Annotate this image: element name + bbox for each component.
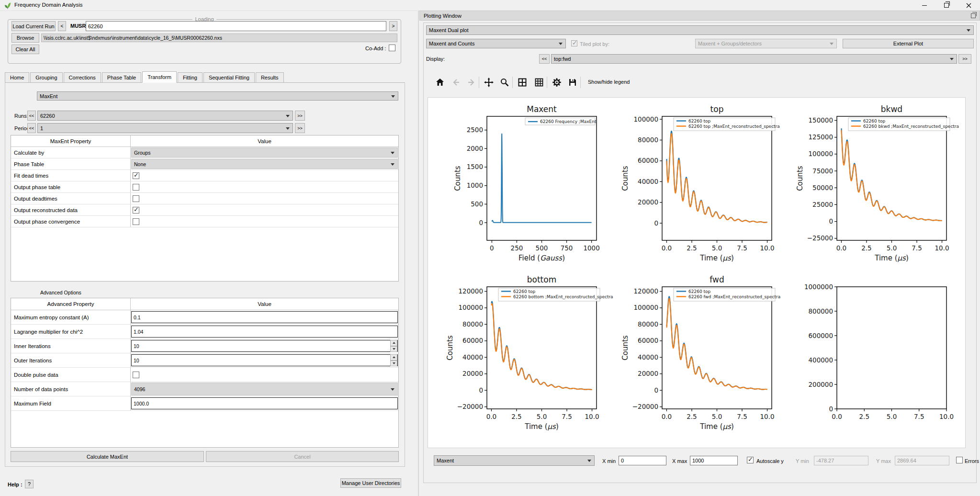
lagrange-multiplier-input[interactable]: 1.04 xyxy=(131,326,398,338)
runs-prev-button[interactable]: << xyxy=(27,111,36,121)
tab-corrections[interactable]: Corrections xyxy=(64,72,101,82)
svg-text:fwd: fwd xyxy=(710,275,724,284)
output-phase-convergence-checkbox[interactable] xyxy=(133,218,139,225)
value-column-header: Value xyxy=(131,298,398,310)
svg-text:0.0: 0.0 xyxy=(662,244,672,252)
xmax-input[interactable]: 1000 xyxy=(690,456,738,465)
svg-text:2500: 2500 xyxy=(467,126,483,134)
tab-transform[interactable]: Transform xyxy=(142,71,177,83)
zoom-icon[interactable] xyxy=(498,76,511,89)
display-prev-button[interactable]: << xyxy=(539,54,550,64)
panel-splitter[interactable] xyxy=(418,11,419,496)
back-icon[interactable] xyxy=(449,76,462,89)
clear-all-button[interactable]: Clear All xyxy=(11,45,39,54)
fit-dead-times-checkbox[interactable] xyxy=(133,172,139,179)
period-dropdown[interactable]: 1 xyxy=(37,123,293,133)
tab-sequential-fitting[interactable]: Sequential Fitting xyxy=(203,72,255,82)
svg-text:40000: 40000 xyxy=(638,353,658,361)
runs-dropdown[interactable]: 62260 xyxy=(37,111,293,121)
customize-icon[interactable] xyxy=(550,76,563,89)
method-dropdown[interactable]: MaxEnt xyxy=(37,91,398,101)
plot-data-dropdown[interactable]: Maxent and Counts xyxy=(426,39,566,48)
minimize-button[interactable] xyxy=(913,0,935,11)
errors-checkbox[interactable] xyxy=(956,457,963,463)
svg-text:0: 0 xyxy=(829,217,833,225)
svg-text:Maxent: Maxent xyxy=(527,104,557,114)
svg-text:Counts: Counts xyxy=(446,335,454,361)
svg-text:Counts: Counts xyxy=(621,335,630,361)
svg-text:20000: 20000 xyxy=(638,370,658,377)
float-dock-icon[interactable] xyxy=(971,13,976,18)
browse-button[interactable]: Browse xyxy=(11,33,39,43)
load-current-run-button[interactable]: Load Current Run xyxy=(11,21,56,31)
output-deadtimes-checkbox[interactable] xyxy=(133,195,139,202)
output-phase-table-checkbox[interactable] xyxy=(133,184,139,191)
subplot-Maxent: 0250500750100005001000150020002500Maxent… xyxy=(453,104,600,262)
tiled-plot-checkbox xyxy=(571,40,577,46)
svg-text:62260 fwd ;MaxEnt_reconstructe: 62260 fwd ;MaxEnt_reconstructed_spectra xyxy=(688,294,780,299)
coadd-label: Co-Add : xyxy=(365,45,386,51)
svg-text:−25000: −25000 xyxy=(807,234,833,242)
outer-iterations-spinner[interactable]: 10 xyxy=(131,354,398,366)
plot-type-dropdown[interactable]: Maxent Dual plot xyxy=(426,25,974,35)
max-entropy-constant-input[interactable]: 0.1 xyxy=(131,311,398,323)
manage-user-directories-button[interactable]: Manage User Directories xyxy=(340,478,401,488)
display-next-button[interactable]: >> xyxy=(958,54,971,64)
phase-table-dropdown[interactable]: None xyxy=(131,159,398,169)
data-points-dropdown[interactable]: 4096 xyxy=(131,383,398,395)
increment-run-button[interactable]: > xyxy=(389,21,397,31)
restore-button[interactable] xyxy=(935,0,957,11)
display-dropdown[interactable]: top:fwd xyxy=(551,54,957,64)
coadd-checkbox[interactable] xyxy=(389,45,395,51)
svg-text:100000: 100000 xyxy=(633,304,658,311)
workspace-dropdown[interactable]: Maxent xyxy=(434,455,595,466)
svg-text:5.0: 5.0 xyxy=(712,244,722,252)
dropdown-arrow-icon xyxy=(391,388,394,391)
tab-phase-table[interactable]: Phase Table xyxy=(102,72,141,82)
table-row: Maximum Field 1000.0 xyxy=(11,396,398,411)
svg-text:−20000: −20000 xyxy=(632,403,658,410)
svg-text:top: top xyxy=(710,104,724,114)
run-number-input[interactable]: 62260 xyxy=(86,21,386,31)
maxent-property-table: MaxEnt Property Value Calculate by Group… xyxy=(11,135,399,282)
svg-text:50000: 50000 xyxy=(812,184,833,192)
close-button[interactable] xyxy=(957,0,980,11)
spinner-buttons[interactable] xyxy=(390,340,397,352)
show-hide-legend-button[interactable]: Show/hide legend xyxy=(585,78,632,86)
advanced-options-label: Advanced Options xyxy=(40,290,81,295)
svg-text:Time (μs): Time (μs) xyxy=(699,422,734,431)
inner-iterations-spinner[interactable]: 10 xyxy=(131,340,398,352)
pan-icon[interactable] xyxy=(482,76,496,89)
double-pulse-data-checkbox[interactable] xyxy=(133,372,139,378)
calculate-maxent-button[interactable]: Calculate MaxEnt xyxy=(11,451,204,462)
external-plot-button[interactable]: External Plot xyxy=(843,39,974,48)
decrement-run-button[interactable]: < xyxy=(58,21,66,31)
tab-results[interactable]: Results xyxy=(256,72,284,82)
xmin-input[interactable]: 0 xyxy=(619,456,666,465)
help-button[interactable]: ? xyxy=(25,480,34,488)
home-icon[interactable] xyxy=(433,76,447,89)
output-reconstructed-data-checkbox[interactable] xyxy=(133,207,139,214)
svg-text:20000: 20000 xyxy=(462,370,483,377)
svg-text:2.5: 2.5 xyxy=(687,244,697,252)
tab-grouping[interactable]: Grouping xyxy=(30,72,62,82)
tab-home[interactable]: Home xyxy=(5,72,29,82)
svg-text:120000: 120000 xyxy=(458,287,483,295)
period-prev-button[interactable]: << xyxy=(27,123,36,133)
spinner-buttons[interactable] xyxy=(390,354,397,366)
calculate-by-dropdown[interactable]: Groups xyxy=(131,147,398,158)
save-icon[interactable] xyxy=(566,76,579,89)
tab-fitting[interactable]: Fitting xyxy=(178,72,203,82)
svg-text:25000: 25000 xyxy=(812,201,833,208)
subplots-icon[interactable] xyxy=(516,76,529,89)
svg-text:62260 Frequency ;MaxEnt: 62260 Frequency ;MaxEnt xyxy=(540,119,597,124)
grid-icon[interactable] xyxy=(532,76,546,89)
autoscale-y-checkbox[interactable] xyxy=(747,457,754,463)
svg-text:250: 250 xyxy=(511,244,523,252)
period-next-button[interactable]: >> xyxy=(295,123,305,133)
maximum-field-input[interactable]: 1000.0 xyxy=(131,397,398,409)
runs-label: Runs: xyxy=(14,113,28,119)
table-row: Calculate by Groups xyxy=(11,147,398,158)
forward-icon[interactable] xyxy=(465,76,478,89)
runs-next-button[interactable]: >> xyxy=(295,111,305,121)
